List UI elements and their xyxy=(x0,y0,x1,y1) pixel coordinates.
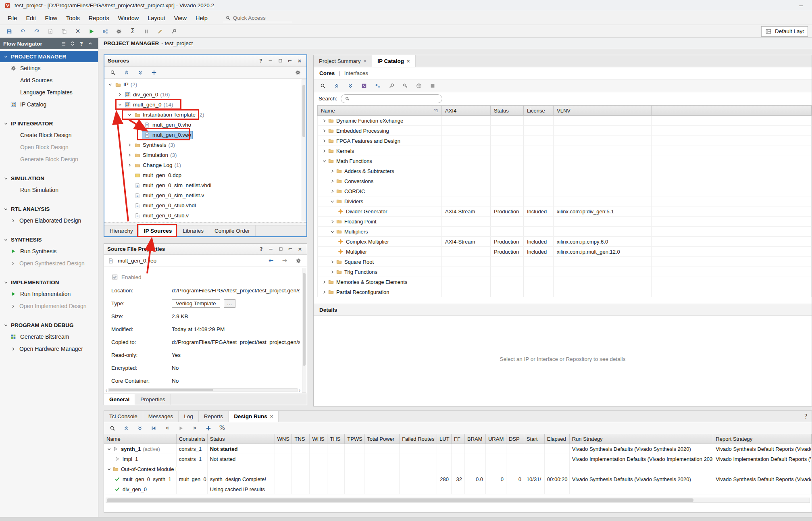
flow-section-synthesis[interactable]: SYNTHESIS xyxy=(0,234,98,245)
type-combo[interactable]: Verilog Template xyxy=(172,299,220,308)
flow-item-add-sources[interactable]: Add Sources xyxy=(0,74,98,86)
catalog-row-math-functions[interactable]: Math Functions xyxy=(317,156,812,166)
catalog-row-square-root[interactable]: Square Root xyxy=(317,257,812,267)
flow-item-run-implementation[interactable]: Run Implementation xyxy=(0,288,98,300)
properties-horizontal-scrollbar[interactable]: ‹ › xyxy=(106,388,300,393)
column-constraints[interactable]: Constraints xyxy=(177,434,208,444)
probe-button[interactable] xyxy=(386,81,397,91)
menu-help[interactable]: Help xyxy=(191,13,212,23)
collapse-all-button[interactable] xyxy=(331,81,342,91)
quick-access[interactable] xyxy=(223,14,292,22)
properties-tab-general[interactable]: General xyxy=(104,394,135,405)
column-total-power[interactable]: Total Power xyxy=(364,434,400,444)
source-item-mult-gen-0-dcp[interactable]: mult_gen_0.dcp xyxy=(104,170,306,180)
column-status[interactable]: Status xyxy=(491,106,524,115)
column-uram[interactable]: URAM xyxy=(486,434,506,444)
flow-item-settings[interactable]: Settings xyxy=(0,62,98,74)
run-row-div-gen-0[interactable]: div_gen_0Using cached IP results xyxy=(104,484,812,494)
back-button[interactable]: ← xyxy=(266,256,276,266)
bottom-tab-design-runs[interactable]: Design Runs× xyxy=(229,411,279,422)
properties-tab-properties[interactable]: Properties xyxy=(135,394,171,405)
column-tns[interactable]: TNS xyxy=(292,434,310,444)
expand-all-button[interactable] xyxy=(345,81,356,91)
flow-item-open-implemented-design[interactable]: Open Implemented Design xyxy=(0,300,98,312)
ip-catalog-search-input[interactable] xyxy=(341,94,442,103)
minimize-button[interactable]: − xyxy=(267,246,275,252)
sources-panel-header[interactable]: Sources ?−⌐× xyxy=(104,55,306,67)
source-item-mult-gen-0-sim-netlist-v[interactable]: mult_gen_0_sim_netlist.v xyxy=(104,190,306,200)
bottom-tab-messages[interactable]: Messages xyxy=(143,411,179,422)
column-lut[interactable]: LUT xyxy=(437,434,452,444)
menu-file[interactable]: File xyxy=(3,13,21,23)
collapse-all-button[interactable] xyxy=(121,423,131,433)
sources-vertical-scrollbar[interactable] xyxy=(302,79,306,221)
catalog-row-trig-functions[interactable]: Trig Functions xyxy=(317,267,812,277)
ellipsis-button[interactable]: … xyxy=(224,299,236,308)
catalog-row-dividers[interactable]: Dividers xyxy=(317,196,812,206)
plus-button[interactable] xyxy=(149,68,159,77)
web-button[interactable] xyxy=(414,81,424,91)
column-axi4[interactable]: AXI4 xyxy=(442,106,491,115)
properties-panel-header[interactable]: Source File Properties ?−⌐× xyxy=(104,244,307,255)
column-elapsed[interactable]: Elapsed xyxy=(545,434,570,444)
column-start[interactable]: Start xyxy=(524,434,545,444)
edit-button[interactable] xyxy=(155,27,165,36)
step-first-button[interactable] xyxy=(148,423,159,433)
scroll-right-icon[interactable]: › xyxy=(299,388,300,393)
flow-item-open-block-design[interactable]: Open Block Design xyxy=(0,141,98,153)
flow-item-run-simulation[interactable]: Run Simulation xyxy=(0,184,98,196)
gear-button[interactable] xyxy=(293,68,303,77)
layout-selector[interactable]: Default Layout xyxy=(761,26,808,37)
catalog-row-dynamic-function-exchange[interactable]: Dynamic Function eXchange xyxy=(317,116,812,126)
run-row-synth-1[interactable]: synth_1(active)constrs_1Not startedVivad… xyxy=(104,444,812,454)
sum-button[interactable]: Σ xyxy=(127,27,138,36)
subtab-cores[interactable]: Cores xyxy=(319,70,335,76)
flow-section-rtl-analysis[interactable]: RTL ANALYSIS xyxy=(0,203,98,215)
undo-button[interactable] xyxy=(18,27,28,36)
properties-vertical-scrollbar[interactable] xyxy=(302,268,306,393)
catalog-row-multipliers[interactable]: Multipliers xyxy=(317,227,812,237)
flow-section-project-manager[interactable]: PROJECT MANAGER xyxy=(0,51,98,62)
menu-tools[interactable]: Tools xyxy=(62,13,84,23)
column-license[interactable]: License xyxy=(524,106,554,115)
column-ff[interactable]: FF xyxy=(452,434,465,444)
source-item-mult-gen-0-veo[interactable]: mult_gen_0.veo xyxy=(104,130,306,140)
source-item-change-log[interactable]: Change Log(1) xyxy=(104,160,306,170)
design-runs-horizontal-scrollbar[interactable] xyxy=(106,498,810,503)
flow-item-open-synthesized-design[interactable]: Open Synthesized Design xyxy=(0,257,98,269)
flow-item-open-hardware-manager[interactable]: Open Hardware Manager xyxy=(0,343,98,355)
flow-item-generate-bitstream[interactable]: Generate Bitstream xyxy=(0,331,98,343)
column-wns[interactable]: WNS xyxy=(275,434,292,444)
blocks-button[interactable] xyxy=(100,27,110,36)
flow-item-ip-catalog[interactable]: IP Catalog xyxy=(0,98,98,110)
scroll-left-icon[interactable]: ‹ xyxy=(106,388,107,393)
expand-all-button[interactable] xyxy=(135,68,146,77)
collapse-button[interactable] xyxy=(86,39,95,48)
catalog-row-adders-subtracters[interactable]: Adders & Subtracters xyxy=(317,166,812,176)
gear-button[interactable] xyxy=(114,27,124,36)
sources-tab-ip-sources[interactable]: IP Sources xyxy=(139,225,178,236)
sources-tab-libraries[interactable]: Libraries xyxy=(177,225,209,236)
catalog-row-fpga-features-and-design[interactable]: FPGA Features and Design xyxy=(317,136,812,146)
column-name[interactable]: Name xyxy=(104,434,177,444)
menu-button[interactable]: ≡ xyxy=(59,39,68,48)
pause-button[interactable] xyxy=(141,27,152,36)
close-button[interactable]: × xyxy=(296,58,303,64)
column-dsp[interactable]: DSP xyxy=(506,434,524,444)
run-row-mult-gen-0-synth-1[interactable]: mult_gen_0_synth_1mult_gen_0synth_design… xyxy=(104,474,812,484)
flow-section-simulation[interactable]: SIMULATION xyxy=(0,173,98,184)
menu-edit[interactable]: Edit xyxy=(21,13,40,23)
delete-button[interactable]: × xyxy=(73,27,83,36)
column-status[interactable]: Status xyxy=(208,434,275,444)
source-item-instantiation-template[interactable]: Instantiation Template(2) xyxy=(104,110,306,120)
workspace-tab-ip-catalog[interactable]: IP Catalog× xyxy=(372,55,415,67)
flow-section-ip-integrator[interactable]: IP INTEGRATOR xyxy=(0,118,98,129)
catalog-row-partial-reconfiguration[interactable]: Partial Reconfiguration xyxy=(317,287,812,297)
catalog-row-complex-multiplier[interactable]: Complex MultiplierAXI4-StreamProductionI… xyxy=(317,237,812,247)
ip-update-button[interactable] xyxy=(373,81,383,91)
catalog-row-floating-point[interactable]: Floating Point xyxy=(317,217,812,227)
help-button[interactable]: ? xyxy=(257,58,264,64)
menu-layout[interactable]: Layout xyxy=(143,13,170,23)
column-whs[interactable]: WHS xyxy=(310,434,327,444)
flow-item-open-elaborated-design[interactable]: Open Elaborated Design xyxy=(0,215,98,227)
